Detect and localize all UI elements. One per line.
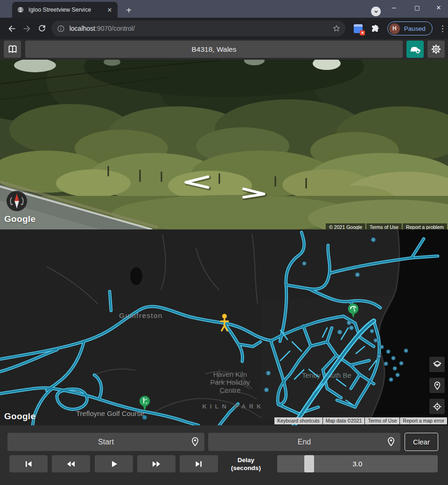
profile-pause-pill[interactable]: H Paused: [387, 21, 433, 35]
window-minimize-button[interactable]: ─: [384, 0, 404, 15]
browser-tab[interactable]: Igloo Streetview Service ✕: [12, 2, 118, 18]
skip-end-icon: [193, 458, 204, 470]
map-marker-button[interactable]: [429, 378, 445, 393]
settings-button[interactable]: [427, 41, 445, 58]
copyright-text: © 2021 Google: [326, 223, 365, 229]
window-maximize-button[interactable]: ▢: [407, 0, 427, 15]
crosshair-locate-icon: [433, 402, 442, 411]
forward-button[interactable]: [20, 21, 35, 36]
gumfreston-label: Gumfreston: [119, 312, 162, 319]
map-layers-button[interactable]: [429, 357, 445, 372]
streetview-attribution: © 2021 Google Terms of Use Report a prob…: [326, 223, 447, 229]
terms-link[interactable]: Terms of Use: [365, 417, 399, 424]
open-book-icon: [7, 44, 18, 55]
new-tab-button[interactable]: +: [122, 4, 135, 17]
map-attribution: Keyboard shortcuts Map data ©2021 Terms …: [274, 417, 447, 424]
fast-forward-icon: [150, 458, 162, 470]
skip-to-end-button[interactable]: [180, 455, 218, 472]
bookmark-star-icon[interactable]: [332, 24, 341, 33]
start-pin-icon[interactable]: [190, 436, 200, 447]
playback-control-bar: Clear Delay (seconds) 3.0: [0, 425, 448, 485]
delay-label: Delay (seconds): [223, 456, 269, 472]
svg-text:Haven Kiln: Haven Kiln: [213, 370, 247, 378]
tab-search-icon[interactable]: [371, 7, 381, 16]
layers-icon: [432, 360, 442, 370]
streetview-panorama[interactable]: Google © 2021 Google Terms of Use Report…: [0, 60, 448, 229]
extension-badge-icon[interactable]: ✕: [354, 24, 363, 33]
tab-favicon-globe-icon: [17, 6, 24, 14]
back-button[interactable]: [5, 21, 20, 36]
report-map-error-link[interactable]: Report a map error: [400, 417, 447, 424]
fast-forward-button[interactable]: [137, 455, 175, 472]
delay-slider[interactable]: 3.0: [277, 455, 438, 472]
play-button[interactable]: [95, 455, 133, 472]
browser-menu-icon[interactable]: ⋮: [437, 24, 448, 34]
map-my-location-button[interactable]: [429, 399, 445, 414]
gear-icon: [431, 44, 441, 55]
browser-window: Igloo Streetview Service ✕ + ─ ▢ ✕ loc: [0, 0, 448, 485]
map-canvas: Tenby South Be: [0, 229, 448, 425]
svg-text:Park Holiday: Park Holiday: [210, 378, 250, 386]
route-map[interactable]: Tenby South Be: [0, 229, 448, 425]
kiln-park-label: KILN PARK: [203, 403, 265, 410]
url-text: localhost:9070/control/: [70, 25, 333, 32]
end-input[interactable]: [208, 433, 400, 451]
start-location-field[interactable]: [7, 433, 204, 451]
google-logo[interactable]: Google: [4, 411, 35, 422]
drive-mode-button[interactable]: [406, 41, 424, 58]
end-location-field[interactable]: [208, 433, 400, 451]
rewind-icon: [65, 458, 77, 470]
tab-close-icon[interactable]: ✕: [105, 6, 114, 14]
address-bar[interactable]: localhost:9070/control/: [51, 21, 346, 36]
saved-routes-book-button[interactable]: [4, 41, 21, 58]
report-problem-link[interactable]: Report a problem: [403, 223, 447, 229]
svg-text:Centre: Centre: [219, 386, 240, 394]
trefloyne-label: Trefloyne Golf Course: [76, 409, 144, 417]
start-input[interactable]: [7, 433, 204, 451]
browser-toolbar: localhost:9070/control/ ✕ H Paused ⋮: [0, 18, 448, 39]
map-data-text: Map data ©2021: [323, 417, 365, 424]
paused-status-label: Paused: [404, 25, 426, 32]
window-close-button[interactable]: ✕: [428, 0, 448, 15]
profile-avatar[interactable]: H: [389, 23, 400, 34]
extensions-puzzle-icon[interactable]: [370, 24, 379, 34]
page-info-icon[interactable]: [57, 25, 65, 33]
delay-value: 3.0: [277, 455, 438, 472]
clear-button[interactable]: Clear: [405, 433, 438, 451]
end-pin-icon[interactable]: [386, 436, 396, 447]
google-logo[interactable]: Google: [4, 214, 35, 224]
location-search-input[interactable]: [25, 41, 403, 58]
streetview-scene: [0, 60, 448, 229]
skip-to-start-button[interactable]: [9, 455, 48, 472]
tab-title: Igloo Streetview Service: [28, 7, 105, 13]
keyboard-shortcuts-link[interactable]: Keyboard shortcuts: [274, 417, 322, 424]
app-topbar: [0, 39, 448, 60]
location-pin-icon: [433, 381, 442, 390]
titlebar: Igloo Streetview Service ✕ + ─ ▢ ✕: [0, 0, 448, 18]
skip-start-icon: [23, 458, 34, 470]
terms-link[interactable]: Terms of Use: [366, 223, 402, 229]
compass-control[interactable]: [6, 190, 28, 212]
rewind-button[interactable]: [52, 455, 90, 472]
play-icon: [108, 458, 119, 470]
reload-button[interactable]: [35, 21, 49, 36]
car-icon: [409, 43, 421, 55]
